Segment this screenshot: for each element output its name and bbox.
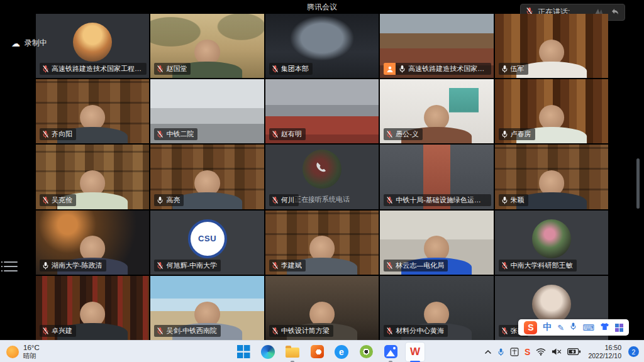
participant-name-chip: 高亮	[154, 194, 184, 206]
input-method-icon[interactable]	[510, 348, 519, 356]
mic-on-icon	[157, 196, 164, 204]
skin-shirt-icon[interactable]	[600, 322, 609, 333]
edge-browser-button[interactable]	[258, 343, 277, 361]
file-explorer-button[interactable]	[283, 343, 302, 361]
edge-browser-icon	[261, 345, 275, 359]
ime-toolbar[interactable]: S 中 ✎ ⌨	[518, 319, 629, 336]
mic-muted-icon	[501, 261, 508, 270]
host-person-badge-icon	[384, 63, 396, 75]
recording-label: 录制中	[25, 38, 47, 48]
participant-tile[interactable]: 中南大学科研部王敏	[495, 211, 608, 275]
participant-name-chip: 齐向阳	[40, 128, 76, 140]
participant-name-chip: 吴克俭	[40, 194, 76, 206]
participant-tile[interactable]: 赵国堂	[150, 14, 264, 78]
participant-name-chip: 中铁设计简方梁	[269, 325, 333, 337]
participant-name: 愚公-义	[396, 129, 419, 139]
scrollbar-thumb[interactable]	[636, 158, 640, 209]
voice-input-icon[interactable]	[570, 322, 577, 333]
member-list-toggle[interactable]	[4, 260, 18, 273]
participant-name: 赵有明	[281, 129, 302, 139]
participant-name-chip: 吴剑-中铁西南院	[154, 325, 221, 337]
participant-tile[interactable]: 中铁十局-基础设施绿色运维分中心	[380, 145, 493, 209]
office-icon	[311, 345, 324, 358]
participant-name-chip: 赵国堂	[154, 63, 191, 75]
chinese-mode-icon[interactable]: 中	[543, 322, 552, 333]
participant-name: 高速铁路建造技术国家工程研究	[408, 64, 487, 74]
weather-widget[interactable]: 16°C 晴朗	[6, 341, 40, 362]
participant-tile[interactable]: 高速铁路建造技术国家工程研究	[380, 14, 493, 78]
participant-name-chip: 愚公-义	[384, 128, 423, 140]
weather-temperature: 16°C	[23, 344, 40, 352]
participant-name-chip: 朱颖	[499, 194, 528, 206]
battery-charging-icon[interactable]	[567, 348, 581, 355]
participant-name: 齐向阳	[52, 129, 72, 139]
participant-name-chip: 伍军	[499, 63, 528, 75]
mic-muted-icon	[272, 261, 279, 270]
participant-name: 中铁十局-基础设施绿色运维分中心	[396, 195, 487, 205]
mic-muted-icon	[42, 65, 49, 73]
participant-avatar: CSU	[188, 219, 227, 258]
tencent-meeting-button[interactable]	[381, 343, 400, 361]
participant-tile[interactable]: 中铁二院	[150, 79, 264, 143]
participant-name: 中铁设计简方梁	[281, 326, 330, 336]
participant-name-chip: 林云志—电化局	[384, 260, 448, 272]
participant-tile[interactable]: 朱颖	[495, 145, 608, 209]
green-utility-icon	[360, 345, 373, 358]
participant-avatar	[303, 150, 341, 189]
reply-arrow-icon[interactable]	[609, 6, 619, 19]
participant-tile[interactable]: 吴克俭	[36, 145, 149, 209]
participant-name: 卢春房	[511, 129, 531, 139]
participant-tile[interactable]: 材料分中心黄海	[380, 276, 493, 340]
mic-muted-icon	[272, 327, 279, 335]
file-explorer-icon	[286, 348, 299, 358]
participant-name-chip: 何旭辉-中南大学	[154, 260, 221, 272]
participant-name: 湖南大学-陈政清	[52, 261, 103, 270]
participant-tile[interactable]: 中铁设计简方梁	[265, 276, 379, 340]
sogou-tray-icon[interactable]: S	[525, 347, 530, 357]
participant-tile[interactable]: 吴剑-中铁西南院	[150, 276, 264, 340]
participant-tile[interactable]: 集团本部	[265, 14, 379, 78]
green-utility-button[interactable]	[357, 343, 375, 361]
wps-office-button[interactable]: W	[406, 343, 425, 361]
participant-avatar	[532, 285, 571, 324]
mic-on-icon	[42, 261, 49, 270]
participant-name-chip: 中铁十局-基础设施绿色运维分中心	[384, 194, 491, 206]
office-button[interactable]	[308, 343, 326, 361]
ime-toolbox-icon[interactable]	[615, 324, 623, 332]
participant-tile[interactable]: 齐向阳	[36, 79, 149, 143]
e-browser-button[interactable]: e	[332, 343, 351, 361]
handwriting-pen-icon[interactable]: ✎	[557, 323, 564, 332]
participant-name: 中铁二院	[166, 129, 194, 139]
tray-mic-icon[interactable]	[497, 348, 504, 356]
participant-tile[interactable]: 林云志—电化局	[380, 211, 493, 275]
participant-name-chip: 高速铁路建造技术国家工程研究中心	[40, 63, 147, 75]
e-browser-icon: e	[335, 345, 348, 359]
taskbar-apps: eW	[234, 341, 425, 362]
notification-count-badge[interactable]: 2	[628, 346, 639, 357]
mic-muted-icon	[42, 130, 49, 138]
participant-tile[interactable]: 卢春房	[495, 79, 608, 143]
mic-on-icon	[501, 65, 508, 73]
participant-tile[interactable]: 高速铁路建造技术国家工程研究中心	[36, 14, 149, 78]
participant-tile[interactable]: 伍军	[495, 14, 608, 78]
windows-start-icon	[237, 345, 250, 358]
participant-avatar	[73, 23, 112, 62]
participant-tile[interactable]: 正在接听系统电话何川	[265, 145, 379, 209]
clock-widget[interactable]: 16:50 2022/12/10	[588, 344, 621, 359]
participant-tile[interactable]: 愚公-义	[380, 79, 493, 143]
windows-start-button[interactable]	[234, 343, 253, 361]
participant-tile[interactable]: 高亮	[150, 145, 264, 209]
sogou-logo-icon[interactable]: S	[524, 321, 537, 334]
participant-tile[interactable]: 李建斌	[265, 211, 379, 275]
wifi-icon[interactable]	[536, 348, 546, 356]
participant-tile[interactable]: 赵有明	[265, 79, 379, 143]
participant-tile[interactable]: 湖南大学-陈政清	[36, 211, 149, 275]
participant-name-chip: 集团本部	[269, 63, 313, 75]
soft-keyboard-icon[interactable]: ⌨	[582, 323, 594, 332]
tray-chevron-up-icon[interactable]	[484, 349, 492, 354]
recording-indicator: ☁ 录制中	[11, 38, 47, 48]
participant-tile[interactable]: CSU何旭辉-中南大学	[150, 211, 264, 275]
participant-tile[interactable]: 卓兴建	[36, 276, 149, 340]
participant-name: 朱颖	[511, 195, 525, 205]
speaker-muted-icon[interactable]	[552, 348, 562, 356]
